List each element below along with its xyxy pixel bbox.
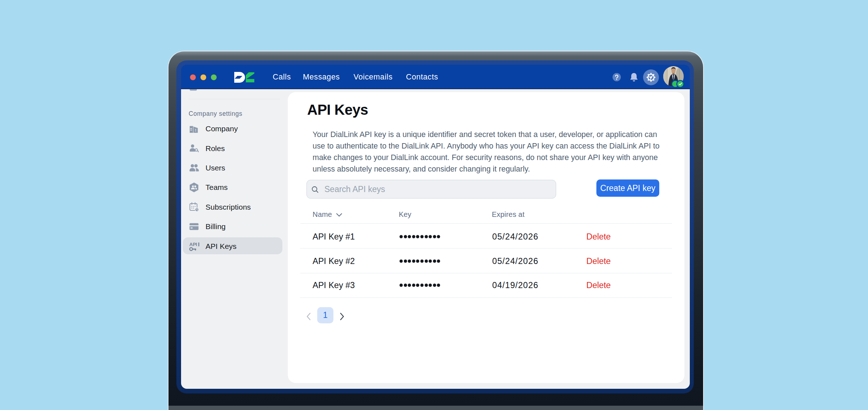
svg-text:API: API xyxy=(189,242,197,247)
